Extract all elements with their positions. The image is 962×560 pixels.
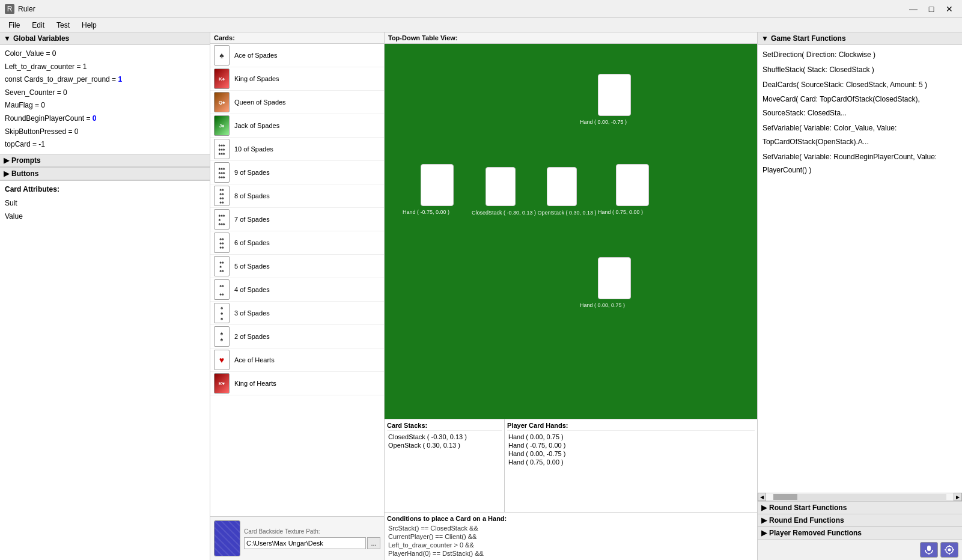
game-start-header[interactable]: ▼ Game Start Functions	[758, 32, 962, 45]
card-attr-suit: Suit	[5, 197, 205, 210]
card-item-king-hearts[interactable]: K♥ King of Hearts	[210, 372, 384, 395]
round-end-row[interactable]: ▶ Round End Functions	[758, 514, 962, 526]
global-vars-list: Color_Value = 0 Left_to_draw_counter = 1…	[0, 45, 210, 154]
card-label-10-spades: 10 of Spades	[234, 145, 273, 153]
close-button[interactable]: ✕	[942, 1, 957, 17]
card-item-king-spades[interactable]: K♠ King of Spades	[210, 67, 384, 91]
card-item-7-spades[interactable]: ♠♠♠♠♠♠♠ 7 of Spades	[210, 208, 384, 231]
menubar: File Edit Test Help	[0, 18, 962, 32]
condition-1: CurrentPlayer() == Client() &&	[387, 532, 755, 541]
var-topcard: topCard = -1	[5, 138, 205, 151]
card-back-input[interactable]	[244, 537, 366, 549]
scroll-right-arrow[interactable]: ▶	[954, 493, 962, 501]
card-item-ace-spades[interactable]: ♠ Ace of Spades	[210, 44, 384, 67]
card-item-jack-spades[interactable]: J♠ Jack of Spades	[210, 114, 384, 138]
card-thumb-7-spades: ♠♠♠♠♠♠♠	[214, 209, 230, 230]
function-5[interactable]: SetVariable( Variable: RoundBeginPlayerC…	[760, 150, 960, 178]
scrollbar-track[interactable]	[773, 494, 946, 500]
stack-item-open[interactable]: OpenStack ( 0.30, 0.13 )	[387, 441, 502, 449]
player-hands-panel: Player Card Hands: Hand ( 0.00, 0.75 ) H…	[505, 419, 757, 512]
card-label-queen-spades: Queen of Spades	[234, 99, 286, 106]
round-start-arrow: ▶	[761, 504, 767, 512]
right-scrollbar[interactable]: ◀ ▶	[758, 493, 962, 501]
card-label-jack-spades: Jack of Spades	[234, 122, 279, 129]
table-card-hand-right[interactable]	[616, 164, 649, 206]
window-controls: — □ ✕	[906, 1, 957, 17]
card-item-2-spades[interactable]: ♠♠ 2 of Spades	[210, 325, 384, 348]
table-card-hand-top[interactable]	[598, 74, 631, 116]
condition-0: SrcStack() == ClosedStack &&	[387, 524, 755, 532]
function-4[interactable]: SetVariable( Variable: Color_Value, Valu…	[760, 121, 960, 150]
table-card-label-hand-left: Hand ( -0.75, 0.00 )	[403, 209, 449, 215]
global-vars-header[interactable]: ▼ Global Variables	[0, 32, 210, 45]
stack-item-closed[interactable]: ClosedStack ( -0.30, 0.13 )	[387, 433, 502, 441]
scroll-left-arrow[interactable]: ◀	[758, 493, 766, 501]
menu-test[interactable]: Test	[50, 20, 76, 31]
menu-edit[interactable]: Edit	[26, 20, 50, 31]
card-label-8-spades: 8 of Spades	[234, 192, 270, 199]
titlebar: R Ruler — □ ✕	[0, 0, 962, 18]
svg-rect-2	[927, 546, 931, 551]
card-item-4-spades[interactable]: ♠♠♠♠ 4 of Spades	[210, 278, 384, 302]
card-item-queen-spades[interactable]: Q♠ Queen of Spades	[210, 91, 384, 114]
maximize-button[interactable]: □	[924, 1, 939, 17]
settings-button[interactable]	[940, 542, 958, 558]
table-card-closed-stack[interactable]	[486, 167, 516, 206]
var-skipbutton: SkipButtonPressed = 0	[5, 126, 205, 139]
player-hands-header: Player Card Hands:	[507, 422, 755, 431]
right-icons-row	[758, 539, 962, 560]
game-start-arrow: ▼	[761, 34, 769, 43]
card-thumb-queen-spades: Q♠	[214, 92, 230, 112]
menu-help[interactable]: Help	[76, 20, 103, 31]
global-vars-title: Global Variables	[13, 34, 69, 43]
card-item-10-spades[interactable]: ♠♠♠♠♠♠♠♠♠ 10 of Spades	[210, 138, 384, 161]
hand-item-1[interactable]: Hand ( -0.75, 0.00 )	[507, 441, 755, 449]
player-removed-row[interactable]: ▶ Player Removed Functions	[758, 526, 962, 539]
card-item-3-spades[interactable]: ♠♠♠ 3 of Spades	[210, 302, 384, 325]
hand-item-2[interactable]: Hand ( 0.00, -0.75 )	[507, 449, 755, 458]
table-card-hand-bottom[interactable]	[598, 257, 631, 299]
card-thumb-ace-hearts: ♥	[214, 350, 230, 370]
table-card-open-stack[interactable]	[547, 167, 577, 206]
scrollbar-thumb[interactable]	[773, 494, 797, 500]
menu-file[interactable]: File	[2, 20, 26, 31]
var-seven-counter: Seven_Counter = 0	[5, 87, 205, 100]
function-2[interactable]: DealCards( SourceStack: ClosedStack, Amo…	[760, 78, 960, 93]
app-icon: R	[5, 4, 14, 14]
hand-item-3[interactable]: Hand ( 0.75, 0.00 )	[507, 458, 755, 466]
global-vars-arrow: ▼	[4, 34, 11, 43]
hand-item-0[interactable]: Hand ( 0.00, 0.75 )	[507, 433, 755, 441]
card-back-preview	[214, 520, 240, 556]
browse-button[interactable]: ...	[367, 537, 380, 549]
card-label-6-spades: 6 of Spades	[234, 239, 270, 246]
prompts-label: Prompts	[11, 156, 41, 165]
svg-point-4	[948, 549, 951, 552]
buttons-row[interactable]: ▶ Buttons	[0, 167, 210, 180]
card-item-ace-hearts[interactable]: ♥ Ace of Hearts	[210, 348, 384, 372]
card-attr-value: Value	[5, 210, 205, 224]
table-view-header: Top-Down Table View:	[385, 32, 757, 44]
prompts-row[interactable]: ▶ Prompts	[0, 154, 210, 167]
card-thumb-jack-spades: J♠	[214, 115, 230, 136]
var-cards-round: const Cards_to_draw_per_round = 1	[5, 73, 205, 87]
mic-button[interactable]	[920, 542, 938, 558]
round-start-row[interactable]: ▶ Round Start Functions	[758, 501, 962, 514]
card-thumb-9-spades: ♠♠♠♠♠♠♠♠♠	[214, 162, 230, 183]
cards-panel: Cards: ♠ Ace of Spades K♠ King of Spades…	[210, 32, 385, 560]
var-highlighted-1: 1	[118, 75, 122, 84]
card-label-2-spades: 2 of Spades	[234, 333, 270, 340]
minimize-button[interactable]: —	[906, 1, 921, 17]
cards-list[interactable]: ♠ Ace of Spades K♠ King of Spades Q♠ Que…	[210, 44, 384, 516]
card-label-ace-hearts: Ace of Hearts	[234, 356, 275, 364]
card-label-7-spades: 7 of Spades	[234, 216, 270, 223]
card-item-5-spades[interactable]: ♠♠♠♠♠ 5 of Spades	[210, 255, 384, 278]
card-back-path-area: Card Backside Texture Path: ...	[244, 528, 380, 549]
card-item-8-spades[interactable]: ♠♠♠♠♠♠♠♠ 8 of Spades	[210, 184, 384, 208]
right-bottom-functions: ▶ Round Start Functions ▶ Round End Func…	[758, 501, 962, 539]
function-1[interactable]: ShuffleStack( Stack: ClosedStack )	[760, 62, 960, 78]
table-card-hand-left[interactable]	[421, 164, 454, 206]
card-item-9-spades[interactable]: ♠♠♠♠♠♠♠♠♠ 9 of Spades	[210, 161, 384, 184]
card-item-6-spades[interactable]: ♠♠♠♠♠♠ 6 of Spades	[210, 231, 384, 255]
function-3[interactable]: MoveCard( Card: TopCardOfStack(ClosedSta…	[760, 92, 960, 121]
function-0[interactable]: SetDirection( Direction: Clockwise )	[760, 47, 960, 62]
